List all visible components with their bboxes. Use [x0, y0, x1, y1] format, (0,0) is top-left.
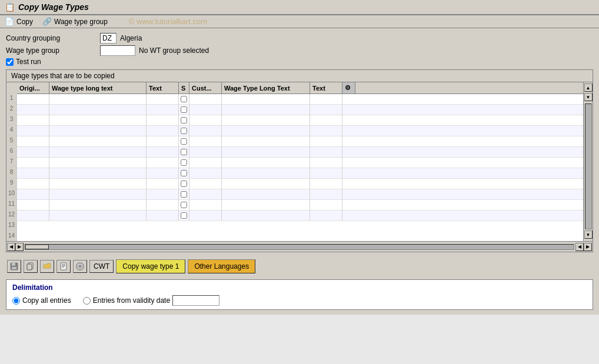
table-row — [17, 200, 583, 211]
main-toolbar: 📄 Copy 🔗 Wage type group © www.tutorialk… — [0, 15, 599, 28]
h-scroll-track[interactable] — [25, 244, 574, 250]
col-header-origi: Origi... — [17, 82, 49, 93]
cell-cust-3 — [189, 115, 222, 125]
country-grouping-label: Country grouping — [6, 34, 100, 42]
pin-button[interactable] — [56, 260, 71, 273]
cell-text2-4 — [310, 126, 342, 136]
col-header-cust: Cust... — [189, 82, 222, 93]
cell-s-12 — [179, 211, 189, 221]
row-checkbox-8[interactable] — [181, 170, 187, 176]
scroll-track[interactable] — [585, 103, 592, 229]
cell-wt-lt-12 — [49, 211, 147, 221]
row-num-13: 13 — [6, 220, 16, 231]
cell-wt-lt-10 — [49, 189, 147, 199]
row-checkbox-7[interactable] — [181, 159, 187, 166]
cell-cust-5 — [189, 136, 222, 146]
folder-button[interactable] — [40, 260, 54, 273]
cell-origi-1 — [17, 94, 49, 104]
cell-origi-6 — [17, 147, 49, 157]
col-header-settings[interactable]: ⚙ — [342, 82, 355, 93]
cell-wt-lt-5 — [49, 136, 147, 146]
scroll-left-button[interactable]: ◀ — [7, 243, 15, 251]
copy-wage-type-button[interactable]: Copy wage type 1 — [116, 259, 185, 273]
copy-icon: 📄 — [5, 17, 14, 26]
row-num-8: 8 — [6, 167, 16, 178]
form-section: Country grouping Algeria Wage type group… — [6, 33, 593, 66]
row-num-12: 12 — [6, 209, 16, 220]
row-checkbox-5[interactable] — [181, 138, 187, 145]
table-row — [17, 179, 583, 189]
cell-wt-lt-11 — [49, 200, 147, 210]
watermark: © www.tutorialkart.com — [129, 17, 207, 26]
wage-type-group-toolbar-item[interactable]: 🔗 Wage type group — [42, 17, 108, 26]
test-run-label[interactable]: Test run — [16, 58, 41, 66]
row-checkbox-6[interactable] — [181, 149, 187, 155]
row-checkbox-10[interactable] — [181, 191, 187, 198]
row-num-9: 9 — [6, 178, 16, 188]
cell-origi-3 — [17, 115, 49, 125]
cell-origi-4 — [17, 126, 49, 136]
cell-cust-2 — [189, 105, 222, 115]
country-grouping-input[interactable] — [100, 33, 117, 44]
wage-type-group-input[interactable] — [100, 45, 135, 56]
cell-s-6 — [179, 147, 189, 157]
col-header-text: Text — [147, 82, 179, 93]
cell-text2-8 — [310, 168, 342, 178]
table-row — [17, 105, 583, 115]
scroll-right-button[interactable]: ◀ — [575, 243, 584, 251]
other-languages-button[interactable]: Other Languages — [188, 259, 255, 273]
row-checkbox-2[interactable] — [181, 106, 187, 113]
table-row — [17, 189, 583, 200]
cell-cust-12 — [189, 211, 222, 221]
row-num-2: 2 — [6, 103, 16, 114]
cell-origi-5 — [17, 136, 49, 146]
cell-s-8 — [179, 168, 189, 178]
cell-text-7 — [147, 158, 179, 168]
cell-text-2 — [147, 105, 179, 115]
cell-text-9 — [147, 179, 179, 189]
save-button[interactable] — [7, 260, 21, 273]
cell-wt-lt-7 — [49, 158, 147, 168]
copy-toolbar-item[interactable]: 📄 Copy — [5, 17, 33, 26]
cell-origi-9 — [17, 179, 49, 189]
cell-wt-lt-2 — [49, 105, 147, 115]
cell-s-2 — [179, 105, 189, 115]
entries-from-label[interactable]: Entries from validity date — [93, 296, 170, 305]
cell-origi-12 — [17, 211, 49, 221]
validity-date-input[interactable] — [172, 295, 219, 306]
copy-all-label[interactable]: Copy all entries — [22, 296, 71, 305]
row-num-6: 6 — [6, 146, 16, 156]
cell-text-5 — [147, 136, 179, 146]
row-checkbox-9[interactable] — [181, 181, 187, 187]
cwt-button[interactable]: CWT — [89, 260, 114, 273]
scroll-right-small[interactable]: ▶ — [15, 243, 24, 251]
cell-wt-lt2-6 — [222, 147, 310, 157]
scroll-down-btn-2[interactable]: ▼ — [584, 93, 593, 101]
scroll-right-end[interactable]: ▶ — [584, 243, 592, 251]
scroll-down-button[interactable]: ▼ — [584, 231, 593, 239]
h-scroll-handle[interactable] — [25, 245, 49, 249]
cell-wt-lt2-1 — [222, 94, 310, 104]
cell-text2-5 — [310, 136, 342, 146]
row-checkbox-1[interactable] — [181, 96, 187, 102]
entries-from-radio[interactable] — [83, 297, 91, 305]
row-checkbox-12[interactable] — [181, 212, 187, 219]
scroll-up-button[interactable]: ▲ — [584, 84, 593, 92]
row-checkbox-3[interactable] — [181, 117, 187, 123]
cell-text-4 — [147, 126, 179, 136]
cell-wt-lt2-10 — [222, 189, 310, 199]
cell-text-10 — [147, 189, 179, 199]
settings-small-button[interactable] — [73, 260, 87, 273]
row-checkbox-4[interactable] — [181, 128, 187, 134]
test-run-checkbox[interactable] — [6, 58, 14, 66]
cell-s-4 — [179, 126, 189, 136]
copy-all-radio[interactable] — [12, 297, 20, 305]
col-header-text2: Text — [310, 82, 342, 93]
wage-type-group-label: Wage type group — [6, 46, 100, 55]
row-checkbox-11[interactable] — [181, 202, 187, 208]
copy-small-button[interactable] — [24, 260, 38, 273]
delimitation-row: Copy all entries Entries from validity d… — [12, 295, 587, 306]
table-row — [17, 94, 583, 105]
cell-cust-1 — [189, 94, 222, 104]
cell-s-3 — [179, 115, 189, 125]
